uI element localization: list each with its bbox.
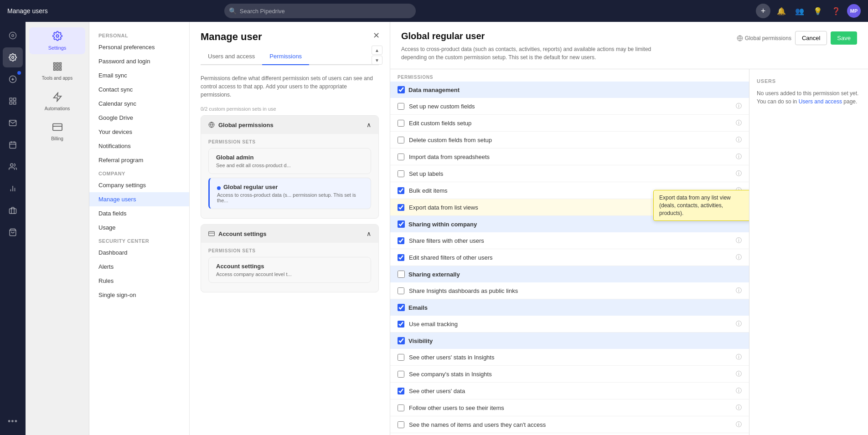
panel-nav-down[interactable]: ▼ <box>372 56 382 65</box>
checkbox-labels[interactable] <box>398 170 404 177</box>
account-settings-header[interactable]: Account settings ∧ <box>201 225 378 243</box>
help-icon[interactable]: 💡 <box>811 4 825 18</box>
sidebar-item-home[interactable] <box>3 26 23 46</box>
global-admin-item[interactable]: Global admin See and edit all cross-prod… <box>208 148 371 174</box>
nav-link-contact-sync[interactable]: Contact sync <box>89 82 189 97</box>
info-other-data[interactable]: ⓘ <box>736 387 742 395</box>
sidebar-item-marketplace[interactable] <box>3 222 23 242</box>
checkbox-delete-custom[interactable] <box>398 137 404 143</box>
visibility-header: Visibility <box>390 333 749 349</box>
settings-nav-automations[interactable]: Automations <box>29 88 85 115</box>
avatar[interactable]: MP <box>847 4 861 18</box>
users-access-link[interactable]: Users and access <box>799 98 842 105</box>
global-regular-user-item[interactable]: Global regular user Access to cross-prod… <box>208 178 371 209</box>
checkbox-share-insights[interactable] <box>398 287 404 294</box>
info-see-names[interactable]: ⓘ <box>736 420 742 429</box>
sidebar-item-calendar[interactable] <box>3 135 23 155</box>
checkbox-other-stats[interactable] <box>398 354 404 361</box>
sidebar-item-deals[interactable] <box>3 69 23 89</box>
sidebar-item-contacts[interactable] <box>3 157 23 177</box>
global-permissions-group: Global permissions ∧ PERMISSION SETS Glo… <box>201 115 379 219</box>
global-permissions-header[interactable]: Global permissions ∧ <box>201 116 378 134</box>
info-custom-fields[interactable]: ⓘ <box>736 102 742 110</box>
perm-row-follow-users: Follow other users to see their items ⓘ <box>390 399 749 416</box>
sidebar-item-activities[interactable] <box>3 91 23 111</box>
panel-close-button[interactable]: ✕ <box>370 29 382 42</box>
no-users-text-after: page. <box>842 98 857 105</box>
tools-nav-label: Tools and apps <box>42 76 72 81</box>
nav-link-personal-prefs[interactable]: Personal preferences <box>89 40 189 54</box>
perm-row-custom-fields: Set up new custom fields ⓘ <box>390 98 749 115</box>
settings-nav-settings[interactable]: Settings <box>29 27 85 54</box>
info-share-filters[interactable]: ⓘ <box>736 236 742 245</box>
sidebar-item-mail[interactable] <box>3 113 23 133</box>
sidebar-item-more[interactable]: ••• <box>3 411 23 431</box>
add-button[interactable]: + <box>756 4 770 18</box>
nav-link-manage-users[interactable]: Manage users <box>89 192 189 206</box>
info-edit-custom[interactable]: ⓘ <box>736 119 742 127</box>
emails-checkbox[interactable] <box>398 304 405 311</box>
nav-link-alerts[interactable]: Alerts <box>89 260 189 274</box>
tab-users-access[interactable]: Users and access <box>201 48 262 65</box>
nav-section-label-company: COMPANY <box>89 167 189 178</box>
settings-icon <box>52 31 62 43</box>
panel-body: Permissions define what different permis… <box>190 65 390 307</box>
nav-link-referral[interactable]: Referral program <box>89 153 189 167</box>
info-edit-filters[interactable]: ⓘ <box>736 253 742 261</box>
perm-panel-title-area: Global regular user Access to cross-prod… <box>401 31 729 61</box>
search-input[interactable] <box>224 4 416 18</box>
checkbox-edit-custom[interactable] <box>398 120 404 127</box>
sidebar-item-products[interactable] <box>3 200 23 220</box>
info-delete-custom[interactable]: ⓘ <box>736 136 742 144</box>
checkbox-other-data[interactable] <box>398 388 404 394</box>
settings-nav-billing[interactable]: Billing <box>29 118 85 145</box>
nav-link-sso[interactable]: Single sign-on <box>89 288 189 302</box>
checkbox-see-names[interactable] <box>398 421 404 428</box>
nav-link-email-sync[interactable]: Email sync <box>89 68 189 82</box>
nav-link-rules[interactable]: Rules <box>89 274 189 288</box>
info-other-stats[interactable]: ⓘ <box>736 353 742 361</box>
question-icon[interactable]: ❓ <box>829 4 843 18</box>
info-share-insights[interactable]: ⓘ <box>736 287 742 295</box>
nav-link-dashboard[interactable]: Dashboard <box>89 246 189 260</box>
settings-nav-tools[interactable]: Tools and apps <box>29 58 85 85</box>
checkbox-import-data[interactable] <box>398 154 404 160</box>
label-edit-filters: Edit shared filters of other users <box>409 254 731 261</box>
account-settings-item[interactable]: Account settings Access company account … <box>208 257 371 283</box>
tab-permissions[interactable]: Permissions <box>262 48 309 65</box>
nav-link-google-drive[interactable]: Google Drive <box>89 111 189 125</box>
info-import-data[interactable]: ⓘ <box>736 153 742 161</box>
data-management-checkbox[interactable] <box>398 86 405 93</box>
checkbox-custom-fields[interactable] <box>398 103 404 110</box>
cancel-button[interactable]: Cancel <box>795 31 827 45</box>
nav-link-usage[interactable]: Usage <box>89 220 189 235</box>
checkbox-share-filters[interactable] <box>398 237 404 244</box>
nav-link-company-settings[interactable]: Company settings <box>89 178 189 192</box>
checkbox-export-data[interactable] <box>398 204 404 211</box>
nav-section-security: SECURITY CENTER Dashboard Alerts Rules S… <box>89 235 189 302</box>
info-company-stats[interactable]: ⓘ <box>736 370 742 378</box>
nav-link-devices[interactable]: Your devices <box>89 125 189 139</box>
nav-link-data-fields[interactable]: Data fields <box>89 206 189 220</box>
nav-link-password[interactable]: Password and login <box>89 54 189 68</box>
info-follow-users[interactable]: ⓘ <box>736 404 742 412</box>
checkbox-email-tracking[interactable] <box>398 321 404 328</box>
sidebar-item-reports[interactable] <box>3 179 23 199</box>
nav-section-label-security: SECURITY CENTER <box>89 235 189 246</box>
checkbox-company-stats[interactable] <box>398 371 404 378</box>
info-labels[interactable]: ⓘ <box>736 169 742 178</box>
sidebar-item-settings[interactable] <box>3 47 23 67</box>
nav-link-notifications[interactable]: Notifications <box>89 139 189 153</box>
checkbox-bulk-edit[interactable] <box>398 187 404 194</box>
checkbox-edit-filters[interactable] <box>398 254 404 261</box>
panel-nav-up[interactable]: ▲ <box>372 46 382 55</box>
users-icon[interactable]: 👥 <box>792 4 807 18</box>
notifications-icon[interactable]: 🔔 <box>774 4 789 18</box>
checkbox-follow-users[interactable] <box>398 404 404 411</box>
sharing-company-checkbox[interactable] <box>398 220 405 228</box>
save-button[interactable]: Save <box>831 31 857 45</box>
nav-link-calendar-sync[interactable]: Calendar sync <box>89 97 189 111</box>
visibility-checkbox[interactable] <box>398 337 405 344</box>
info-email-tracking[interactable]: ⓘ <box>736 320 742 328</box>
sharing-externally-checkbox[interactable] <box>398 271 405 278</box>
